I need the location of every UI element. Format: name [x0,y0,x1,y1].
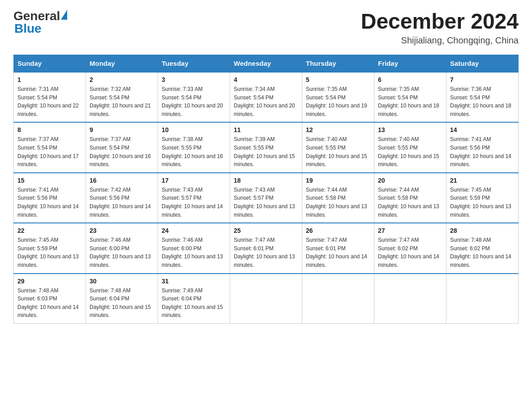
day-number: 15 [17,177,82,184]
day-info: Sunrise: 7:43 AMSunset: 5:57 PMDaylight:… [234,186,298,219]
calendar-cell: 31Sunrise: 7:49 AMSunset: 6:04 PMDayligh… [158,274,230,324]
calendar-cell [374,274,446,324]
calendar-week-row: 15Sunrise: 7:41 AMSunset: 5:56 PMDayligh… [14,173,519,223]
month-title: December 2024 [361,9,519,34]
day-info: Sunrise: 7:40 AMSunset: 5:55 PMDaylight:… [378,135,442,168]
day-number: 30 [90,278,154,285]
calendar-cell: 25Sunrise: 7:47 AMSunset: 6:01 PMDayligh… [230,223,302,273]
calendar-cell: 30Sunrise: 7:48 AMSunset: 6:04 PMDayligh… [86,274,158,324]
day-info: Sunrise: 7:40 AMSunset: 5:55 PMDaylight:… [306,135,370,168]
day-number: 25 [234,227,298,234]
calendar-week-row: 22Sunrise: 7:45 AMSunset: 5:59 PMDayligh… [14,223,519,273]
day-number: 19 [306,177,370,184]
day-info: Sunrise: 7:43 AMSunset: 5:57 PMDaylight:… [162,186,226,219]
day-info: Sunrise: 7:33 AMSunset: 5:54 PMDaylight:… [162,85,226,118]
day-info: Sunrise: 7:37 AMSunset: 5:54 PMDaylight:… [90,135,154,168]
day-number: 27 [378,227,442,234]
day-number: 13 [378,126,442,133]
calendar-cell: 23Sunrise: 7:46 AMSunset: 6:00 PMDayligh… [86,223,158,273]
day-number: 11 [234,126,298,133]
day-number: 6 [378,76,442,83]
page-header: General Blue December 2024 Shijialiang, … [13,9,519,46]
column-header-wednesday: Wednesday [230,55,302,73]
calendar-cell: 2Sunrise: 7:32 AMSunset: 5:54 PMDaylight… [86,72,158,122]
day-info: Sunrise: 7:36 AMSunset: 5:54 PMDaylight:… [450,85,515,118]
day-number: 12 [306,126,370,133]
day-info: Sunrise: 7:32 AMSunset: 5:54 PMDaylight:… [90,85,154,118]
day-number: 7 [450,76,515,83]
calendar-cell: 24Sunrise: 7:46 AMSunset: 6:00 PMDayligh… [158,223,230,273]
day-info: Sunrise: 7:48 AMSunset: 6:02 PMDaylight:… [450,236,515,269]
calendar-header-row: SundayMondayTuesdayWednesdayThursdayFrid… [14,55,519,73]
calendar-cell: 29Sunrise: 7:48 AMSunset: 6:03 PMDayligh… [14,274,86,324]
calendar-cell: 4Sunrise: 7:34 AMSunset: 5:54 PMDaylight… [230,72,302,122]
calendar-cell: 22Sunrise: 7:45 AMSunset: 5:59 PMDayligh… [14,223,86,273]
calendar-cell: 8Sunrise: 7:37 AMSunset: 5:54 PMDaylight… [14,122,86,172]
calendar-cell: 28Sunrise: 7:48 AMSunset: 6:02 PMDayligh… [446,223,519,273]
day-info: Sunrise: 7:38 AMSunset: 5:55 PMDaylight:… [162,135,226,168]
day-number: 16 [90,177,154,184]
day-number: 20 [378,177,442,184]
day-info: Sunrise: 7:45 AMSunset: 5:59 PMDaylight:… [450,186,515,219]
day-info: Sunrise: 7:45 AMSunset: 5:59 PMDaylight:… [17,236,82,269]
calendar-cell: 5Sunrise: 7:35 AMSunset: 5:54 PMDaylight… [302,72,374,122]
day-info: Sunrise: 7:39 AMSunset: 5:55 PMDaylight:… [234,135,298,168]
day-info: Sunrise: 7:35 AMSunset: 5:54 PMDaylight:… [378,85,442,118]
calendar-cell: 18Sunrise: 7:43 AMSunset: 5:57 PMDayligh… [230,173,302,223]
day-info: Sunrise: 7:44 AMSunset: 5:58 PMDaylight:… [306,186,370,219]
calendar-title-block: December 2024 Shijialiang, Chongqing, Ch… [361,9,519,46]
day-number: 18 [234,177,298,184]
day-info: Sunrise: 7:49 AMSunset: 6:04 PMDaylight:… [162,287,226,320]
day-number: 26 [306,227,370,234]
day-info: Sunrise: 7:47 AMSunset: 6:01 PMDaylight:… [234,236,298,269]
calendar-week-row: 1Sunrise: 7:31 AMSunset: 5:54 PMDaylight… [14,72,519,122]
day-info: Sunrise: 7:42 AMSunset: 5:56 PMDaylight:… [90,186,154,219]
calendar-cell: 6Sunrise: 7:35 AMSunset: 5:54 PMDaylight… [374,72,446,122]
day-number: 4 [234,76,298,83]
day-info: Sunrise: 7:37 AMSunset: 5:54 PMDaylight:… [17,135,82,168]
column-header-saturday: Saturday [446,55,519,73]
day-number: 3 [162,76,226,83]
day-number: 21 [450,177,515,184]
calendar-cell: 1Sunrise: 7:31 AMSunset: 5:54 PMDaylight… [14,72,86,122]
day-info: Sunrise: 7:47 AMSunset: 6:02 PMDaylight:… [378,236,442,269]
calendar-week-row: 29Sunrise: 7:48 AMSunset: 6:03 PMDayligh… [14,274,519,324]
day-number: 29 [17,278,82,285]
calendar-cell: 20Sunrise: 7:44 AMSunset: 5:58 PMDayligh… [374,173,446,223]
logo: General Blue [13,9,67,36]
calendar-cell: 16Sunrise: 7:42 AMSunset: 5:56 PMDayligh… [86,173,158,223]
day-number: 24 [162,227,226,234]
calendar-cell: 27Sunrise: 7:47 AMSunset: 6:02 PMDayligh… [374,223,446,273]
calendar-cell: 3Sunrise: 7:33 AMSunset: 5:54 PMDaylight… [158,72,230,122]
day-number: 1 [17,76,82,83]
day-info: Sunrise: 7:47 AMSunset: 6:01 PMDaylight:… [306,236,370,269]
day-info: Sunrise: 7:48 AMSunset: 6:03 PMDaylight:… [17,287,82,320]
logo-triangle-icon [61,10,67,20]
day-number: 14 [450,126,515,133]
day-info: Sunrise: 7:48 AMSunset: 6:04 PMDaylight:… [90,287,154,320]
location-text: Shijialiang, Chongqing, China [361,35,519,46]
day-info: Sunrise: 7:46 AMSunset: 6:00 PMDaylight:… [162,236,226,269]
day-number: 2 [90,76,154,83]
calendar-cell: 19Sunrise: 7:44 AMSunset: 5:58 PMDayligh… [302,173,374,223]
day-number: 9 [90,126,154,133]
day-number: 5 [306,76,370,83]
calendar-cell [230,274,302,324]
day-number: 8 [17,126,82,133]
day-info: Sunrise: 7:41 AMSunset: 5:56 PMDaylight:… [17,186,82,219]
calendar-cell: 12Sunrise: 7:40 AMSunset: 5:55 PMDayligh… [302,122,374,172]
day-number: 23 [90,227,154,234]
day-info: Sunrise: 7:35 AMSunset: 5:54 PMDaylight:… [306,85,370,118]
calendar-cell: 17Sunrise: 7:43 AMSunset: 5:57 PMDayligh… [158,173,230,223]
calendar-cell: 15Sunrise: 7:41 AMSunset: 5:56 PMDayligh… [14,173,86,223]
column-header-tuesday: Tuesday [158,55,230,73]
column-header-thursday: Thursday [302,55,374,73]
calendar-table: SundayMondayTuesdayWednesdayThursdayFrid… [13,55,519,324]
calendar-cell [302,274,374,324]
calendar-cell: 14Sunrise: 7:41 AMSunset: 5:56 PMDayligh… [446,122,519,172]
logo-blue-text: Blue [14,21,67,36]
day-number: 10 [162,126,226,133]
calendar-cell [446,274,519,324]
day-info: Sunrise: 7:34 AMSunset: 5:54 PMDaylight:… [234,85,298,118]
day-info: Sunrise: 7:44 AMSunset: 5:58 PMDaylight:… [378,186,442,219]
